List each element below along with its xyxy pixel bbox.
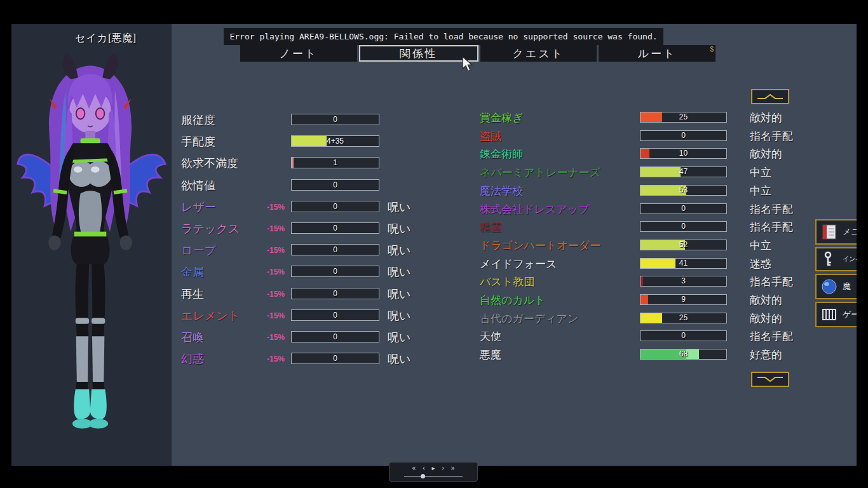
faction-bar-value: 0 xyxy=(641,222,726,231)
faction-status: 敵対的 xyxy=(750,311,782,326)
faction-bar: 0 xyxy=(640,330,727,341)
faction-bar-value: 53 xyxy=(641,186,726,195)
game-button-label: ゲー xyxy=(843,309,857,320)
faction-status: 中立 xyxy=(750,165,771,180)
letterbox-right xyxy=(857,0,868,488)
faction-label: 魔法学校 xyxy=(480,184,523,198)
faction-bar: 47 xyxy=(640,166,727,177)
faction-bar-value: 68 xyxy=(641,349,726,359)
faction-status: 敵対的 xyxy=(750,111,782,125)
faction-bar: 0 xyxy=(640,203,727,214)
tab-bar: ノート 関係性 クエスト ルート $ xyxy=(240,45,715,62)
faction-bar: 68 xyxy=(640,349,727,360)
faction-bar: 53 xyxy=(640,185,727,196)
faction-label: 精霊 xyxy=(480,220,501,234)
orb-icon xyxy=(819,276,839,297)
skip-back-icon[interactable]: « xyxy=(412,464,416,473)
faction-label: 株式会社ドレスアップ xyxy=(480,202,589,217)
tab-relationships[interactable]: 関係性 xyxy=(359,45,478,62)
faction-bar: 25 xyxy=(640,313,727,323)
faction-status: 好意的 xyxy=(750,348,782,362)
magic-button[interactable]: 魔 xyxy=(815,274,857,299)
faction-row: ネバーミアトレーナーズ 47 中立 xyxy=(11,165,857,180)
faction-row: メイドフォース 41 迷惑 xyxy=(11,257,857,272)
rewind-icon[interactable]: ‹ xyxy=(423,464,424,473)
menu-button-label: メニ xyxy=(843,226,857,238)
letterbox-left xyxy=(0,0,11,488)
inventory-button[interactable]: インベ xyxy=(815,247,857,271)
play-icon[interactable]: ▸ xyxy=(431,464,435,473)
game-stage: セイカ[悪魔] Error playing AREA9-BELLOWS.ogg:… xyxy=(0,0,868,488)
faction-status: 指名手配 xyxy=(750,329,793,344)
faction-row: 株式会社ドレスアップ 0 指名手配 xyxy=(11,202,857,217)
faction-label: 賞金稼ぎ xyxy=(480,111,523,125)
tab-route[interactable]: ルート $ xyxy=(599,45,715,62)
tab-label: ノート xyxy=(279,46,318,61)
game-button[interactable]: ゲー xyxy=(815,302,857,327)
tab-label: 関係性 xyxy=(400,46,438,61)
faction-bar-value: 10 xyxy=(641,149,726,158)
faction-row: 錬金術師 10 敵対的 xyxy=(11,147,857,162)
media-controls[interactable]: « ‹ ▸ › » xyxy=(389,462,478,482)
faction-bar-value: 3 xyxy=(641,276,726,286)
tab-shortcut-mark: $ xyxy=(710,46,714,53)
faction-label: メイドフォース xyxy=(480,257,557,271)
faction-bar: 3 xyxy=(640,276,727,287)
faction-label: ネバーミアトレーナーズ xyxy=(480,165,600,180)
forward-icon[interactable]: › xyxy=(442,464,444,473)
faction-bar-value: 25 xyxy=(641,313,726,323)
faction-bar-value: 41 xyxy=(641,259,726,268)
faction-label: 自然のカルト xyxy=(480,293,546,308)
faction-row: 自然のカルト 9 敵対的 xyxy=(11,293,857,308)
faction-bar-value: 0 xyxy=(641,204,726,214)
tab-label: ルート xyxy=(638,46,677,61)
faction-bar: 52 xyxy=(640,240,727,250)
notebook-icon xyxy=(819,222,839,242)
game-screen: セイカ[悪魔] Error playing AREA9-BELLOWS.ogg:… xyxy=(11,24,857,466)
faction-status: 敵対的 xyxy=(750,147,782,161)
key-icon xyxy=(819,249,839,269)
faction-bar-value: 0 xyxy=(641,131,726,140)
faction-row: バスト教団 3 指名手配 xyxy=(11,274,857,290)
faction-bar: 10 xyxy=(640,148,727,159)
faction-label: バスト教団 xyxy=(480,274,534,289)
faction-bar: 41 xyxy=(640,258,727,269)
faction-status: 中立 xyxy=(750,238,771,253)
faction-label: 悪魔 xyxy=(480,348,501,362)
faction-status: 指名手配 xyxy=(750,202,793,217)
menu-button[interactable]: メニ xyxy=(815,219,857,245)
inventory-button-label: インベ xyxy=(843,255,857,264)
faction-row: 魔法学校 53 中立 xyxy=(11,184,857,199)
tab-quest[interactable]: クエスト xyxy=(480,45,597,62)
faction-row: 天使 0 指名手配 xyxy=(11,329,857,344)
faction-bar-value: 52 xyxy=(641,240,726,250)
skip-forward-icon[interactable]: » xyxy=(451,464,455,473)
chevron-up-icon xyxy=(756,93,784,100)
faction-row: 精霊 0 指名手配 xyxy=(11,220,857,235)
scroll-up-button[interactable] xyxy=(751,89,789,104)
faction-bar: 25 xyxy=(640,112,727,123)
seek-handle[interactable] xyxy=(421,474,425,478)
tab-label: クエスト xyxy=(513,46,565,61)
faction-bar: 0 xyxy=(640,221,727,232)
faction-bar-value: 9 xyxy=(641,295,726,304)
faction-bar-value: 0 xyxy=(641,331,726,341)
faction-row: ドラゴンハートオーダー 52 中立 xyxy=(11,238,857,254)
seek-bar[interactable] xyxy=(404,476,463,477)
faction-bar-value: 25 xyxy=(641,112,726,122)
faction-label: 盗賊 xyxy=(480,129,501,144)
grid-icon xyxy=(819,304,839,325)
faction-label: 錬金術師 xyxy=(480,147,523,161)
faction-bar: 9 xyxy=(640,294,727,305)
faction-status: 中立 xyxy=(750,184,771,198)
mouse-cursor xyxy=(462,56,475,72)
faction-status: 指名手配 xyxy=(750,220,793,234)
faction-bar-value: 47 xyxy=(641,167,726,177)
scroll-down-button[interactable] xyxy=(751,372,789,387)
faction-label: ドラゴンハートオーダー xyxy=(480,238,600,253)
letterbox-top xyxy=(0,0,868,24)
tab-note[interactable]: ノート xyxy=(240,45,357,62)
faction-row: 盗賊 0 指名手配 xyxy=(11,129,857,144)
faction-status: 指名手配 xyxy=(750,274,793,289)
faction-row: 古代のガーディアン 25 敵対的 xyxy=(11,311,857,327)
